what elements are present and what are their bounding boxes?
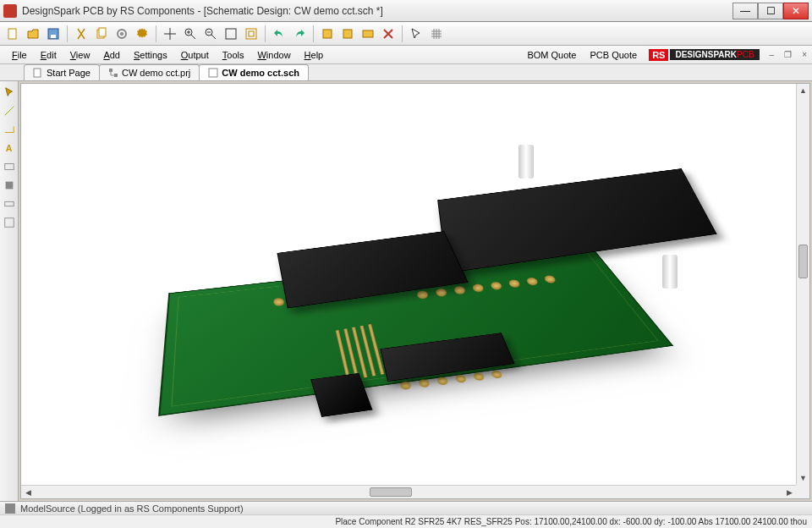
cursor-icon[interactable]	[407, 25, 425, 43]
svg-rect-13	[343, 30, 352, 38]
svg-rect-17	[114, 74, 118, 77]
tab-start-page[interactable]: Start Page	[24, 64, 100, 80]
menubar: File Edit View Add Settings Output Tools…	[0, 46, 812, 64]
doc-restore-button[interactable]: ❐	[784, 50, 792, 59]
schematic-icon	[208, 68, 218, 78]
scrollbar-thumb[interactable]	[798, 245, 808, 278]
object2-icon[interactable]	[338, 25, 357, 43]
canvas-wrap: ▲ ▼ ◀ ▶	[20, 83, 810, 499]
redo-icon[interactable]	[290, 25, 309, 43]
standoff-post	[518, 145, 534, 179]
open-icon[interactable]	[24, 25, 42, 43]
window-controls: — ☐ ✕	[732, 3, 809, 19]
new-icon[interactable]	[3, 25, 22, 43]
layer-tool[interactable]	[2, 215, 17, 230]
menu-settings[interactable]: Settings	[127, 48, 174, 62]
3d-viewport[interactable]	[21, 84, 796, 485]
grid-icon[interactable]	[427, 25, 446, 43]
tree-icon	[108, 68, 118, 78]
close-button[interactable]: ✕	[783, 3, 809, 19]
scroll-down-arrow-icon[interactable]: ▼	[797, 471, 809, 485]
tab-label: Start Page	[47, 68, 91, 78]
status-coordinates: Place Component R2 SFR25 4K7 RES_SFR25 P…	[0, 514, 812, 528]
svg-text:A: A	[5, 143, 12, 153]
page-icon	[33, 68, 43, 78]
cut-icon[interactable]	[72, 25, 91, 43]
left-toolbar: A	[0, 81, 19, 501]
tab-label: CW demo cct.prj	[122, 68, 190, 78]
line-tool[interactable]	[2, 103, 17, 118]
rs-logo: RS	[649, 49, 668, 61]
object3-icon[interactable]	[359, 25, 377, 43]
delete-icon[interactable]	[379, 25, 398, 43]
menu-window[interactable]: Window	[250, 48, 297, 62]
main-toolbar	[0, 22, 812, 46]
vertical-scrollbar[interactable]: ▲ ▼	[796, 84, 809, 485]
svg-rect-0	[8, 29, 16, 39]
zoom-in-icon[interactable]	[181, 25, 200, 43]
pcb-scene	[104, 102, 713, 466]
maximize-button[interactable]: ☐	[758, 3, 783, 19]
scroll-left-arrow-icon[interactable]: ◀	[21, 486, 35, 498]
modelsource-label: ModelSource (Logged in as RS Components …	[20, 503, 244, 514]
copy-icon[interactable]	[92, 25, 111, 43]
tab-project[interactable]: CW demo cct.prj	[99, 64, 200, 80]
text-tool[interactable]: A	[2, 140, 17, 156]
zoom-out-icon[interactable]	[201, 25, 220, 43]
gear-icon[interactable]	[133, 25, 151, 43]
title-text: DesignSpark PCB by RS Components - [Sche…	[22, 5, 732, 17]
menu-view[interactable]: View	[63, 48, 97, 62]
object1-icon[interactable]	[318, 25, 337, 43]
menu-file[interactable]: File	[5, 48, 34, 62]
board-tool[interactable]	[2, 196, 17, 212]
rect-tool[interactable]	[2, 159, 17, 174]
settings-icon[interactable]	[112, 25, 131, 43]
doc-close-button[interactable]: ×	[802, 50, 807, 59]
svg-rect-22	[4, 201, 14, 206]
modelsource-icon	[5, 503, 15, 514]
svg-rect-20	[4, 164, 14, 170]
svg-rect-16	[109, 69, 112, 72]
status-text: Place Component R2 SFR25 4K7 RES_SFR25 P…	[335, 517, 807, 526]
component-tool[interactable]	[2, 178, 17, 193]
crosshair-icon[interactable]	[161, 25, 179, 43]
menu-tools[interactable]: Tools	[216, 48, 251, 62]
titlebar: DesignSpark PCB by RS Components - [Sche…	[0, 0, 812, 22]
save-icon[interactable]	[44, 25, 63, 43]
svg-rect-12	[323, 30, 332, 38]
undo-icon[interactable]	[270, 25, 288, 43]
tab-schematic[interactable]: CW demo cct.sch	[199, 64, 309, 80]
menu-help[interactable]: Help	[298, 48, 331, 62]
svg-rect-18	[209, 69, 217, 77]
svg-rect-2	[51, 35, 56, 38]
scroll-up-arrow-icon[interactable]: ▲	[797, 84, 809, 97]
zoom-fit-icon[interactable]	[222, 25, 240, 43]
document-tabs: Start Page CW demo cct.prj CW demo cct.s…	[0, 64, 812, 81]
scrollbar-thumb[interactable]	[370, 487, 412, 497]
svg-rect-10	[246, 29, 256, 39]
status-modelsource[interactable]: ModelSource (Logged in as RS Components …	[0, 501, 812, 514]
menu-add[interactable]: Add	[96, 48, 127, 62]
minimize-button[interactable]: —	[732, 3, 758, 19]
menu-edit[interactable]: Edit	[34, 48, 63, 62]
zoom-all-icon[interactable]	[242, 25, 261, 43]
doc-minimize-button[interactable]: –	[770, 50, 775, 59]
svg-rect-21	[5, 182, 13, 190]
tab-label: CW demo cct.sch	[222, 68, 299, 78]
bom-quote-button[interactable]: BOM Quote	[520, 48, 583, 62]
app-icon	[3, 4, 17, 18]
svg-point-6	[120, 32, 123, 36]
designspark-logo: DESIGNSPARKPCB	[670, 49, 759, 60]
scroll-right-arrow-icon[interactable]: ▶	[782, 486, 796, 498]
svg-rect-9	[226, 29, 236, 39]
scroll-corner	[796, 485, 809, 498]
svg-rect-23	[4, 218, 14, 228]
content-area: A ▲ ▼ ◀	[0, 81, 812, 501]
svg-rect-11	[249, 31, 254, 36]
pointer-tool[interactable]	[2, 85, 17, 100]
pcb-quote-button[interactable]: PCB Quote	[583, 48, 644, 62]
shape-tool[interactable]	[2, 122, 17, 137]
menu-output[interactable]: Output	[174, 48, 216, 62]
standoff-post	[662, 255, 678, 289]
horizontal-scrollbar[interactable]: ◀ ▶	[21, 485, 796, 498]
